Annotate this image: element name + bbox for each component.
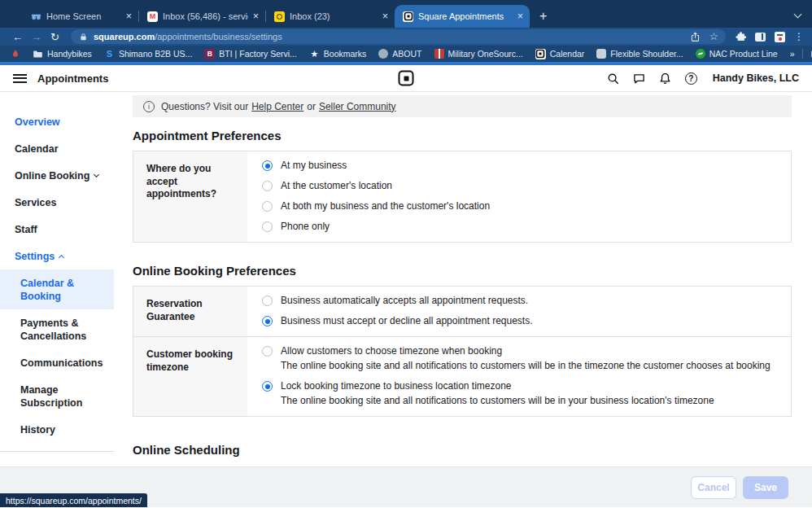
option-description: The online booking site and all notifica… [281,395,714,407]
option-text: Lock booking timezone to business locati… [281,380,714,407]
green-circle-icon [696,49,705,59]
radio-option[interactable]: Allow customers to choose timezone when … [262,345,778,372]
sidebar-item-communications[interactable]: Communications [0,349,114,376]
option-text: Phone only [281,221,330,233]
back-icon[interactable]: ← [8,32,27,42]
square-logo-icon [403,11,413,22]
bookmark-item-6[interactable]: Military OneSourc... [434,49,523,59]
help-banner: Questions? Visit our Help Center or Sell… [133,95,792,117]
url-text: squareup.com/appointments/business/setti… [94,32,282,42]
tab-0[interactable]: Home Screen× [23,5,138,28]
sidebar-item-online-booking[interactable]: Online Booking [0,162,114,189]
bookmark-item-9[interactable]: NAC Product Line [696,49,778,59]
bell-icon[interactable] [659,72,671,85]
bookmark-item-2[interactable]: Shimano B2B US... [104,49,192,59]
bookmark-item-5[interactable]: ABOUT [378,49,421,59]
bookmark-item-4[interactable]: Bookmarks [309,49,367,59]
info-icon [143,101,155,112]
radio-option[interactable]: At the customer's location [262,180,778,192]
extension-icon[interactable] [775,32,785,42]
radio-unselected-icon[interactable] [262,201,273,212]
bookmark-item-1[interactable]: Handybikes [33,49,92,59]
sidebar-item-label: Manage Subscription [20,383,107,409]
sidebar-item-manage-subscription[interactable]: Manage Subscription [0,376,114,416]
tab-title: Square Appointments [418,11,513,21]
radio-option[interactable]: At my business [262,160,778,172]
save-button[interactable]: Save [743,476,788,499]
sidebar-item-services[interactable]: Services [0,189,114,216]
radio-option[interactable]: At both my business and the customer's l… [262,200,778,212]
section-title: Online Scheduling [133,443,792,457]
sidebar-item-calendar[interactable]: Calendar [0,135,114,162]
radio-unselected-icon[interactable] [262,346,273,357]
red-flag-icon [434,49,444,59]
radio-selected-icon[interactable] [262,381,273,392]
chat-icon[interactable] [633,72,645,85]
help-icon[interactable]: ? [685,72,697,85]
sidebar-item-label: Payments & Cancellations [20,317,107,343]
bookmark-item-3[interactable]: BTI | Factory Servi... [204,49,297,59]
tab-title: Home Screen [46,11,121,21]
radio-option[interactable]: Business automatically accepts all appoi… [262,295,778,307]
sidebar-item-settings[interactable]: Settings [0,243,114,269]
forward-icon[interactable]: → [27,32,46,42]
option-text: Business must accept or decline all appo… [281,315,533,327]
tab-close-icon[interactable]: × [517,11,523,22]
hamburger-menu-icon[interactable] [13,74,27,83]
tab-strip: Home Screen×Inbox (56,486) - service@han… [23,0,530,28]
sidebar-item-staff[interactable]: Staff [0,216,114,243]
tab-1[interactable]: Inbox (56,486) - service@han× [139,5,265,28]
radio-option[interactable]: Lock booking timezone to business locati… [262,380,778,407]
tab-search-chevron-icon[interactable] [794,11,802,19]
side-panel-icon[interactable] [755,33,766,42]
section-title: Online Booking Preferences [133,264,792,278]
bookmark-item-7[interactable]: Calendar [535,49,585,59]
bookmarks-bar-right: » Other Bookmarks [790,49,812,59]
inbox-yellow-icon [274,11,285,22]
address-bar[interactable]: squareup.com/appointments/business/setti… [71,29,726,44]
radio-unselected-icon[interactable] [262,296,273,306]
browser-toolbar: ← → ↻ squareup.com/appointments/business… [0,28,812,46]
bookmarks-overflow-chevron[interactable]: » [790,49,795,59]
new-tab-button[interactable]: + [539,10,547,23]
cancel-button[interactable]: Cancel [691,476,736,499]
sidebar-item-calendar-booking[interactable]: Calendar & Booking [0,269,114,309]
bookmark-item-8[interactable]: Flexible Shoulder... [596,49,683,59]
app-title: Appointments [37,72,108,85]
tab-2[interactable]: Inbox (23)× [266,5,395,28]
menu-kebab-icon[interactable]: ⋮ [794,32,804,42]
radio-selected-icon[interactable] [262,316,273,326]
radio-selected-icon[interactable] [262,160,273,171]
tab-close-icon[interactable]: × [382,11,388,22]
bookmark-label: Military OneSourc... [448,49,523,59]
lock-icon [78,32,89,42]
seller-community-link[interactable]: Seller Community [319,101,396,112]
bookmarks-divider [802,49,803,59]
radio-option[interactable]: Business must accept or decline all appo… [262,315,778,327]
tab-active[interactable]: Square Appointments× [395,5,530,28]
tab-close-icon[interactable]: × [253,11,259,22]
bookmark-item-0[interactable] [10,49,20,59]
radio-unselected-icon[interactable] [262,221,273,232]
bookmark-star-icon[interactable]: ☆ [709,32,718,42]
search-icon[interactable] [607,72,619,85]
reload-icon[interactable]: ↻ [46,32,64,42]
banner-prefix: Questions? Visit our [161,101,248,112]
option-label: At the customer's location [281,180,392,192]
section-title: Appointment Preferences [133,129,792,142]
sidebar-item-payments-cancellations[interactable]: Payments & Cancellations [0,309,114,349]
tab-close-icon[interactable]: × [126,11,132,22]
account-name: Handy Bikes, LLC [713,72,799,84]
sidebar-item-history[interactable]: History [0,416,114,443]
sidebar-item-label: Online Booking [15,169,89,182]
radio-unselected-icon[interactable] [262,181,273,191]
radio-option[interactable]: Phone only [262,221,778,233]
square-logo-icon[interactable] [399,71,414,86]
share-icon[interactable] [690,32,701,42]
help-center-link[interactable]: Help Center [251,101,303,112]
sidebar-item-overview[interactable]: Overview [0,108,114,135]
option-label: Lock booking timezone to business locati… [281,380,714,392]
sidebar-divider [0,451,114,452]
sidebar-item-label: Settings [15,250,55,263]
extensions-puzzle-icon[interactable] [736,32,746,42]
